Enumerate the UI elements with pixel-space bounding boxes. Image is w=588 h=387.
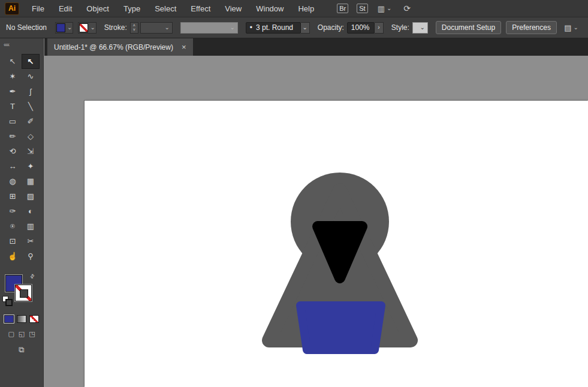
opacity-label[interactable]: Opacity: [318,23,344,32]
selection-tool[interactable]: ↖ [22,54,40,69]
chevron-down-icon: ⌄ [420,25,424,31]
perspective-grid-tool[interactable]: ▦ [22,174,40,189]
preferences-button[interactable]: Preferences [506,21,557,34]
chevron-down-icon: ⌄ [67,25,72,31]
arrange-documents-button[interactable]: ▤ ⌄ [564,23,578,32]
eyedropper-tool[interactable]: ✑ [4,204,22,219]
rotate-tool[interactable]: ⟲ [4,144,22,159]
chevron-down-icon: ⌄ [574,25,578,31]
fill-color-dropdown[interactable]: ⌄ [55,22,73,34]
selection-status: No Selection [6,23,50,32]
chevron-right-icon: › [378,25,379,31]
width-profile-dropdown: ⌄ [180,22,238,34]
hand-tool[interactable]: ☝ [4,249,22,264]
laptop-shape[interactable] [300,306,381,350]
column-graph-tool[interactable]: ▥ [22,219,40,234]
control-bar: No Selection ⌄ ⌄ Stroke: ˄ ˅ ⌄ ⌄ • 3 pt.… [0,17,588,38]
close-tab-icon[interactable]: × [182,43,186,51]
menu-bar: Ai File Edit Object Type Select Effect V… [0,0,588,17]
magic-wand-tool[interactable]: ✶ [4,69,22,84]
default-fill-stroke-icon[interactable] [2,296,11,305]
curvature-tool[interactable]: ʃ [22,84,40,99]
fill-swatch-icon [56,23,65,32]
menu-window[interactable]: Window [249,4,291,13]
free-transform-tool[interactable]: ✦ [22,159,40,174]
paintbrush-tool[interactable]: ✐ [22,114,40,129]
gradient-button[interactable] [17,315,26,323]
stepper-down-icon: ˅ [133,28,135,32]
stroke-color-dropdown[interactable]: ⌄ [78,22,96,34]
collapse-panel-icon[interactable]: «« [4,41,9,48]
document-tab-bar: Untitled-1* @ 66.67% (RGB/Preview) × [44,38,588,56]
brush-name: 3 pt. Round [256,23,293,32]
brush-definition-field[interactable]: • 3 pt. Round [246,22,301,34]
draw-normal-icon[interactable]: ▢ [8,330,14,338]
color-mode-buttons [0,315,43,323]
mesh-tool[interactable]: ⊞ [4,189,22,204]
menu-help[interactable]: Help [291,4,321,13]
bridge-button[interactable]: Br [337,4,348,13]
style-label[interactable]: Style: [391,23,409,32]
sync-settings-icon[interactable]: ⟳ [403,4,411,13]
menu-view[interactable]: View [218,4,249,13]
workspace-icon: ▥ [378,4,385,13]
scale-tool[interactable]: ⇲ [22,144,40,159]
stroke-color-swatch[interactable] [16,285,31,301]
artboard-tool[interactable]: ⊡ [4,234,22,249]
illustrator-logo-text: Ai [8,4,16,13]
document-tab-title: Untitled-1* @ 66.67% (RGB/Preview) [54,43,173,52]
shape-builder-tool[interactable]: ◍ [4,174,22,189]
swap-fill-stroke-icon[interactable]: ⇄ [29,273,36,280]
pencil-tool[interactable]: ✏ [4,129,22,144]
menu-effect[interactable]: Effect [183,4,218,13]
artwork [85,101,588,387]
menu-select[interactable]: Select [147,4,183,13]
illustrator-logo-icon: Ai [5,2,19,15]
opacity-value: 100% [351,23,370,32]
drawing-mode-buttons: ▢ ◱ ◳ [0,330,43,338]
workspace-switcher-button[interactable]: ▥ ⌄ [378,4,392,13]
color-button[interactable] [4,315,14,323]
width-tool[interactable]: ↔ [4,159,22,174]
menu-edit[interactable]: Edit [52,4,79,13]
stroke-weight-stepper[interactable]: ˄ ˅ [130,22,138,34]
blend-tool[interactable]: ◐ [22,204,40,219]
menu-file[interactable]: File [25,4,52,13]
stepper-up-icon: ˄ [133,23,135,28]
gradient-tool[interactable]: ▨ [22,189,40,204]
chevron-down-icon: ⌄ [230,25,234,31]
pen-tool[interactable]: ✒ [4,84,22,99]
lasso-tool[interactable]: ∿ [22,69,40,84]
stock-button[interactable]: St [357,4,367,13]
canvas-area[interactable] [44,56,588,387]
draw-inside-icon[interactable]: ◳ [29,330,35,338]
type-tool[interactable]: T [4,99,22,114]
chevron-down-icon: ⌄ [387,5,391,11]
document-tab[interactable]: Untitled-1* @ 66.67% (RGB/Preview) × [47,38,193,56]
arrange-documents-icon: ▤ [564,23,571,32]
stroke-label[interactable]: Stroke: [104,23,127,32]
symbol-sprayer-tool[interactable]: ⍟ [4,219,22,234]
stroke-weight-dropdown[interactable]: ⌄ [140,22,173,34]
zoom-tool[interactable]: ⚲ [22,249,40,264]
eraser-tool[interactable]: ◇ [22,129,40,144]
chevron-down-icon: ⌄ [303,25,307,31]
opacity-dropdown-button[interactable]: › [375,22,384,34]
opacity-value-field[interactable]: 100% [347,22,375,34]
menu-object[interactable]: Object [79,4,116,13]
tools-panel-header: «« [0,38,43,50]
line-segment-tool[interactable]: ╲ [22,99,40,114]
artboard[interactable] [85,101,588,387]
change-screen-mode-icon[interactable]: ⧉ [19,345,24,355]
brush-dropdown-button[interactable]: ⌄ [301,22,310,34]
style-dropdown[interactable]: ⌄ [412,22,428,34]
brush-preview-icon: • [250,23,252,32]
draw-behind-icon[interactable]: ◱ [19,330,25,338]
direct-selection-tool[interactable]: ↖ [4,54,22,69]
none-button[interactable] [29,315,39,323]
rectangle-tool[interactable]: ▭ [4,114,22,129]
chevron-down-icon: ⌄ [90,25,95,31]
slice-tool[interactable]: ✂ [22,234,40,249]
menu-type[interactable]: Type [116,4,147,13]
document-setup-button[interactable]: Document Setup [436,21,501,34]
